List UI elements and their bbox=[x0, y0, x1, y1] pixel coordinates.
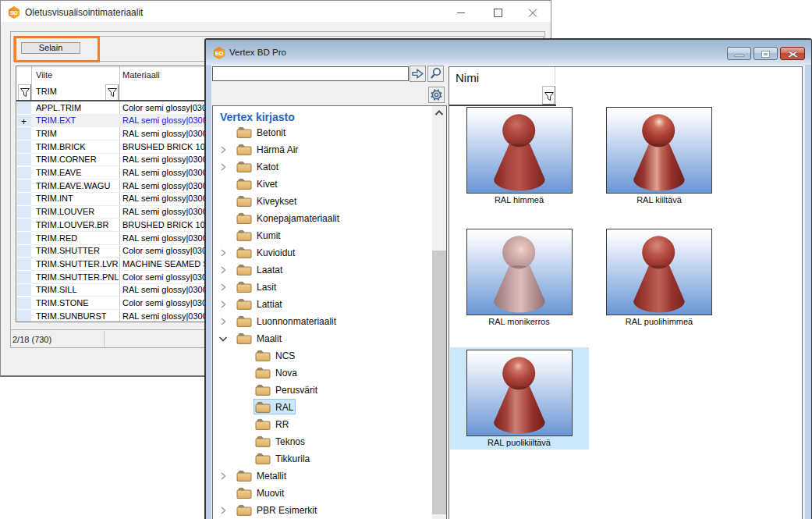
svg-text:BD: BD bbox=[215, 50, 223, 57]
svg-text:BD: BD bbox=[10, 10, 18, 16]
